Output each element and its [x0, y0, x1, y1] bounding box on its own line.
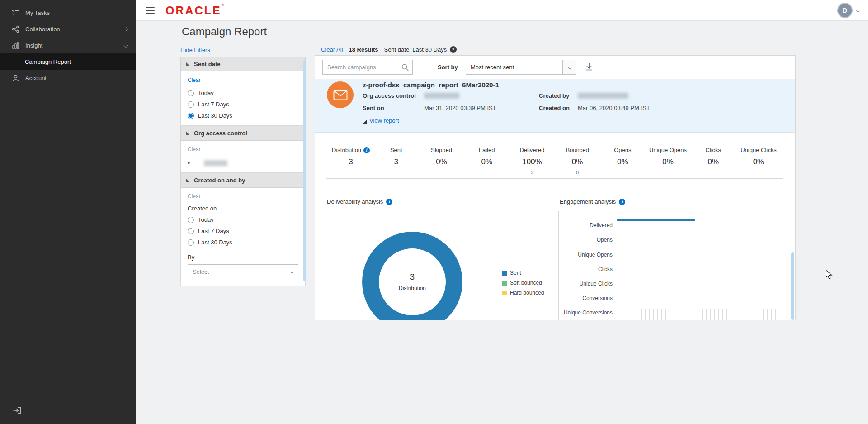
metric-unique-clicks: Unique Clicks 0% — [736, 147, 781, 175]
filters-panel: Sent date Clear Today Last 7 Days Last 3… — [180, 57, 306, 286]
axis-label-unique-clicks: Unique Clicks — [559, 281, 613, 287]
metric-label: Unique Clicks — [741, 147, 776, 153]
chevron-down-icon[interactable] — [124, 43, 128, 48]
axis-label-unique-conversions: Unique Conversions — [559, 310, 613, 316]
delivered-bar[interactable] — [617, 219, 695, 221]
radio-icon[interactable] — [188, 101, 194, 108]
legend-item-sent[interactable]: Sent — [502, 270, 544, 276]
legend-swatch — [502, 281, 507, 286]
org-access-tree-row — [188, 160, 298, 166]
metric-sub — [645, 170, 690, 175]
chart-title-text: Deliverability analysis — [327, 198, 383, 205]
avatar[interactable]: D — [837, 3, 853, 18]
card-scrollbar[interactable] — [791, 252, 794, 320]
radio-icon[interactable] — [188, 228, 194, 234]
metric-unique-opens: Unique Opens 0% — [645, 147, 690, 175]
expand-triangle-icon[interactable] — [363, 120, 367, 124]
metric-value: 0% — [691, 157, 736, 167]
sidebar-item-collaboration[interactable]: Collaboration — [0, 21, 136, 37]
topbar-user-area: D — [837, 3, 859, 18]
created-by-value-redacted — [578, 93, 628, 99]
sort-dropdown-value: Most recent sent — [466, 64, 562, 71]
filter-section-title: Sent date — [194, 61, 221, 67]
download-icon[interactable] — [585, 62, 594, 73]
axis-label-unique-opens: Unique Opens — [559, 252, 613, 258]
sidebar-footer — [0, 406, 136, 424]
radio-label: Today — [198, 216, 214, 223]
radio-created-last-30-days[interactable]: Last 30 Days — [188, 239, 298, 246]
axis-label-clicks: Clicks — [559, 266, 613, 272]
filter-section-title: Org access control — [194, 130, 247, 137]
main-content: Campaign Report Hide Filters Sent date C… — [136, 21, 868, 424]
metric-label: Distribution — [332, 147, 361, 153]
org-access-clear-link: Clear — [188, 146, 201, 152]
metric-value: 0% — [645, 157, 690, 167]
sidebar-item-account[interactable]: Account — [0, 70, 136, 86]
filter-section-created[interactable]: Created on and by — [180, 173, 306, 188]
legend-swatch — [502, 291, 507, 295]
expand-caret-icon[interactable] — [188, 161, 190, 165]
sidebar-item-my-tasks[interactable]: My Tasks — [0, 5, 136, 21]
donut-value: 3 — [410, 272, 415, 282]
filter-section-org-access[interactable]: Org access control — [180, 126, 306, 141]
radio-icon[interactable] — [188, 90, 194, 96]
results-count: 18 Results — [349, 46, 378, 53]
radio-sent-last-7-days[interactable]: Last 7 Days — [188, 101, 298, 108]
org-access-checkbox[interactable] — [194, 160, 200, 166]
metric-bounced: Bounced 0% 0 — [555, 147, 600, 175]
campaign-result-item[interactable]: z-proof-dss_campaign_report_6Mar2020-1 O… — [315, 79, 795, 133]
legend-item-hard-bounced[interactable]: Hard bounced — [502, 290, 544, 296]
metric-value: 0% — [600, 157, 645, 167]
info-icon[interactable]: i — [386, 199, 392, 205]
hamburger-menu-icon[interactable] — [146, 7, 155, 14]
legend-item-soft-bounced[interactable]: Soft bounced — [502, 280, 544, 286]
radio-label: Last 7 Days — [198, 101, 229, 108]
info-icon[interactable]: i — [363, 147, 370, 153]
sidebar-item-campaign-report[interactable]: Campaign Report — [0, 53, 136, 70]
filter-section-sent-date[interactable]: Sent date — [180, 57, 306, 71]
chevron-right-icon — [124, 27, 128, 31]
search-icon[interactable] — [401, 63, 409, 73]
remove-filter-icon[interactable]: ✕ — [450, 46, 457, 53]
metric-sub — [736, 170, 781, 175]
metric-distribution: Distributioni 3 — [328, 147, 373, 175]
y-axis-line — [617, 217, 617, 320]
search-input[interactable] — [323, 60, 412, 74]
legend-label: Soft bounced — [510, 280, 542, 286]
radio-icon[interactable] — [188, 239, 194, 246]
sort-dropdown[interactable]: Most recent sent — [466, 60, 576, 75]
clear-all-link[interactable]: Clear All — [321, 46, 343, 53]
radio-sent-last-30-days[interactable]: Last 30 Days — [188, 112, 298, 119]
created-on-value: Mar 06, 2020 03:49 PM IST — [578, 105, 650, 111]
metric-label: Opens — [614, 147, 631, 153]
metric-value: 3 — [373, 157, 419, 167]
radio-sent-today[interactable]: Today — [188, 90, 298, 96]
radio-icon-checked[interactable] — [188, 113, 194, 119]
view-report-link[interactable]: View report — [369, 117, 399, 124]
sidebar-item-insight[interactable]: Insight — [0, 37, 136, 53]
filter-body-org-access: Clear — [180, 141, 306, 173]
sign-out-icon[interactable] — [13, 409, 22, 416]
sort-by-label: Sort by — [438, 64, 458, 71]
metric-value: 0% — [555, 157, 600, 167]
metric-sub — [691, 170, 736, 175]
donut-center: 3 Distribution — [379, 248, 446, 315]
axis-label-opens: Opens — [559, 237, 613, 243]
radio-created-last-7-days[interactable]: Last 7 Days — [188, 228, 298, 234]
campaign-title[interactable]: z-proof-dss_campaign_report_6Mar2020-1 — [363, 81, 499, 89]
sent-date-clear-link[interactable]: Clear — [188, 77, 201, 83]
metrics-summary: Distributioni 3 Sent 3 Skipped 0% Failed… — [326, 141, 783, 179]
email-campaign-icon — [327, 81, 354, 108]
info-icon[interactable]: i — [619, 199, 625, 205]
dropdown-button[interactable] — [562, 60, 576, 74]
radio-icon[interactable] — [188, 217, 194, 223]
donut-chart[interactable]: 3 Distribution — [362, 232, 462, 320]
filters-scrollbar[interactable] — [303, 60, 306, 281]
chevron-down-icon[interactable] — [856, 8, 859, 12]
metric-label: Skipped — [431, 147, 452, 153]
hide-filters-link[interactable]: Hide Filters — [180, 47, 210, 53]
created-by-select[interactable]: Select — [188, 264, 298, 279]
account-icon — [12, 74, 19, 82]
radio-created-today[interactable]: Today — [188, 216, 298, 223]
sidebar-item-label: Campaign Report — [25, 58, 71, 65]
